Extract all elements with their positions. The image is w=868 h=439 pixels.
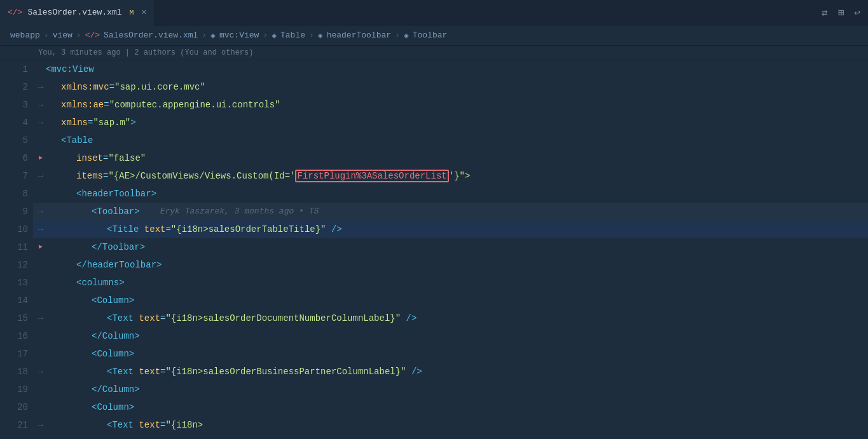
code-line-8: <headerToolbar> [33,185,868,203]
code-line-2: → xmlns:mvc="sap.ui.core.mvc" [33,78,868,96]
breadcrumb-toolbar-icon: ◈ [404,30,409,41]
code-line-16: </Column> [33,327,868,345]
code-line-5: <Table [33,132,868,149]
tab-bar-actions: ⇄ ⊞ ↩ [822,6,868,19]
breadcrumb-mvcview[interactable]: mvc:View [219,30,259,40]
breadcrumb-table[interactable]: Table [280,30,305,40]
code-line-4: → xmlns="sap.m"> [33,114,868,132]
code-line-17: <Column> [33,345,868,363]
split-editor-icon[interactable]: ⇄ [822,6,828,19]
code-editor: 1 2 3 4 5 6 7 8 9 10 11 12 13 14 15 16 1… [0,60,868,438]
breadcrumb-webapp[interactable]: webapp [10,30,40,40]
code-line-13: <columns> [33,274,868,292]
code-line-20: <Column> [33,398,868,416]
code-text-1: <mvc:View [46,60,94,78]
code-line-12: </headerToolbar> [33,256,868,274]
breadcrumb-view[interactable]: view [53,30,72,40]
code-line-18: → <Text text="{i18n>salesOrderBusinessPa… [33,363,868,381]
back-icon[interactable]: ↩ [854,6,860,19]
breadcrumb: webapp › view › </> SalesOrder.view.xml … [0,25,868,46]
active-tab[interactable]: </> SalesOrder.view.xml M × [0,0,155,25]
tab-filename: SalesOrder.view.xml [27,8,121,17]
xml-icon: </> [8,8,22,17]
breadcrumb-headertoolbar-icon: ◈ [318,30,323,41]
code-line-9: → <Toolbar> Eryk Taszarek, 3 months ago … [33,203,868,220]
git-info-text: You, 3 minutes ago | 2 authors (You and … [38,48,253,57]
layout-icon[interactable]: ⊞ [838,6,844,19]
code-line-7: → items="{AE>/CustomViews/Views.Custom(I… [33,167,868,185]
code-line-10: → <Title text="{i18n>salesOrderTableTitl… [33,220,868,238]
code-line-14: <Column> [33,292,868,309]
breadcrumb-headertoolbar[interactable]: headerToolbar [327,30,391,40]
code-line-1: <mvc:View [33,60,868,78]
code-line-15: → <Text text="{i18n>salesOrderDocumentNu… [33,309,868,327]
code-line-3: → xmlns:ae="computec.appengine.ui.contro… [33,96,868,114]
git-info-bar: You, 3 minutes ago | 2 authors (You and … [0,46,868,60]
breadcrumb-filename[interactable]: SalesOrder.view.xml [104,30,198,40]
breadcrumb-toolbar[interactable]: Toolbar [413,30,448,40]
breadcrumb-mvc-icon: ◈ [210,30,216,41]
git-blame-annotation: Eryk Taszarek, 3 months ago • TS [160,203,319,220]
line-numbers: 1 2 3 4 5 6 7 8 9 10 11 12 13 14 15 16 1… [0,60,33,438]
code-line-21: → <Text text="{i18n> [33,416,868,434]
code-lines[interactable]: <mvc:View → xmlns:mvc="sap.ui.core.mvc" … [33,60,868,438]
tab-bar: </> SalesOrder.view.xml M × ⇄ ⊞ ↩ [0,0,868,25]
code-line-19: </Column> [33,381,868,398]
breadcrumb-xml-icon: </> [85,30,100,40]
tab-modified-indicator: M [130,9,134,17]
code-line-11: ▶ </Toolbar> [33,238,868,256]
code-line-6: ▶ inset="false" [33,149,868,167]
tab-close-button[interactable]: × [141,8,146,18]
breadcrumb-table-icon: ◈ [272,30,277,41]
